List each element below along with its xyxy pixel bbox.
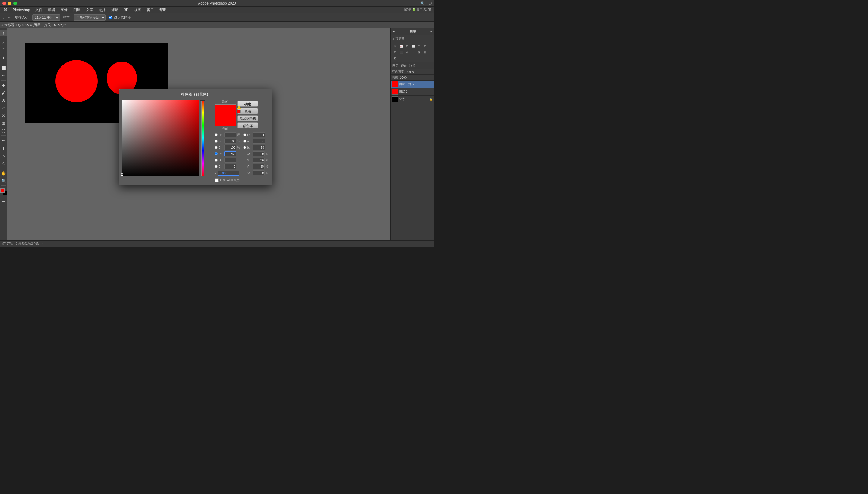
menu-photoshop[interactable]: Photoshop [10,7,32,13]
radio-L[interactable] [243,133,246,136]
threshold-icon[interactable]: ⬦ [411,50,416,55]
alert-square-swatch[interactable] [237,110,240,113]
channel-icon[interactable]: ⬛ [398,50,404,55]
panel-expand-icon[interactable]: ✦ [392,30,395,33]
color-gradient-square[interactable] [122,99,199,176]
preview-wrapper [215,104,236,126]
input-G[interactable] [224,158,236,163]
foreground-color-swatch[interactable] [0,189,4,193]
input-K[interactable] [253,170,264,175]
posterize-icon[interactable]: ⊕ [405,50,410,55]
input-B2[interactable] [224,164,236,169]
vibrance-icon[interactable]: ▽ [416,43,422,49]
tool-eyedropper[interactable]: ✏ [0,72,7,79]
menu-edit[interactable]: 编辑 [45,7,58,13]
size-select[interactable]: 11 x 11 平均 [32,15,60,20]
brightness-icon[interactable]: ☀ [392,43,398,49]
tool-hand[interactable]: ✋ [0,170,7,176]
radio-B[interactable] [215,146,218,149]
menu-filter[interactable]: 滤镜 [109,7,121,13]
tool-pen[interactable]: ✒ [0,137,7,144]
levels-icon[interactable]: ⊞ [405,43,410,49]
menu-image[interactable]: 图像 [58,7,70,13]
tool-type[interactable]: T [0,145,7,151]
apple-menu[interactable]: ⌘ [1,7,9,13]
tool-extra-1[interactable]: ⋯ [0,198,7,205]
home-icon[interactable]: ⌂ [2,16,4,19]
menu-select[interactable]: 选择 [96,7,108,13]
input-b[interactable] [253,145,265,150]
sample-select[interactable]: 当前和下方图层 [74,15,106,20]
invert-icon[interactable]: ◩ [392,56,398,61]
fill-value[interactable]: 100% [400,76,408,79]
panel-menu-icon[interactable]: ≡ [430,30,432,33]
tab-label[interactable]: 未标题-1 @ 97.8% (图层 1 拷贝, RGB/8) * [4,23,66,27]
tab-close-icon[interactable]: × [1,23,3,26]
paths-tab[interactable]: 路径 [409,64,415,68]
search-icon[interactable]: 🔍 [420,1,425,5]
menu-window[interactable]: 窗口 [144,7,156,13]
tool-zoom[interactable]: 🔍 [0,177,7,184]
hex-input[interactable] [218,171,239,175]
show-ring-checkbox[interactable] [109,16,113,19]
channels-tab[interactable]: 通道 [401,64,407,68]
menu-help[interactable]: 帮助 [157,7,169,13]
radio-H[interactable] [215,133,218,136]
tool-move[interactable]: ↕ [0,30,7,36]
radio-S[interactable] [215,140,218,142]
tool-magic[interactable]: ✦ [0,55,7,61]
hue-slider[interactable] [201,99,205,176]
color-swatches[interactable] [0,189,7,195]
radio-B2[interactable] [215,165,218,168]
tool-lasso[interactable]: ⌒ [0,47,7,54]
curves-icon[interactable]: 📈 [398,43,404,49]
color-library-button[interactable]: 颜色库 [237,122,258,129]
tool-gradient[interactable]: ▦ [0,120,7,126]
menu-text[interactable]: 文字 [83,7,96,13]
tool-dodge[interactable]: ◯ [0,127,7,134]
menu-3d[interactable]: 3D [121,7,131,13]
minimize-button[interactable] [8,1,12,5]
tool-heal[interactable]: ✚ [0,82,7,89]
tool-path[interactable]: ▷ [0,152,7,159]
input-M[interactable] [253,158,264,163]
radio-R[interactable] [215,152,218,155]
gradient-map-icon[interactable]: ▤ [422,50,428,55]
tool-history[interactable]: ⟲ [0,104,7,111]
tool-stamp[interactable]: S [0,97,7,104]
menu-file[interactable]: 文件 [33,7,45,13]
input-H[interactable] [224,132,236,137]
exposure-icon[interactable]: ⬜ [411,43,416,49]
close-button[interactable] [2,1,6,5]
tool-crop[interactable]: ⬜ [0,64,7,71]
selective-icon[interactable]: ▣ [416,50,422,55]
input-S[interactable] [224,139,236,144]
layers-tab[interactable]: 图层 [392,64,398,68]
web-only-checkbox[interactable] [215,178,218,182]
layer-item-1[interactable]: 图层 1 [391,88,434,96]
tool-marquee[interactable]: ○ [0,39,7,46]
input-B[interactable] [224,145,236,150]
radio-b[interactable] [243,146,246,149]
menu-layer[interactable]: 图层 [71,7,83,13]
hsl-icon[interactable]: ⊟ [422,43,428,49]
input-R[interactable] [224,151,236,156]
share-icon[interactable]: ⬡ [429,1,432,5]
input-L[interactable] [253,132,265,137]
input-a[interactable] [253,139,265,144]
radio-G[interactable] [215,159,218,162]
menu-view[interactable]: 视图 [132,7,144,13]
opacity-value[interactable]: 100% [406,70,414,74]
maximize-button[interactable] [13,1,17,5]
layer-item-bg[interactable]: 背景 🔒 [391,96,434,103]
label-S: S: [218,140,223,143]
add-to-swatches-button[interactable]: 添加到色板 [237,115,258,121]
colorbalance-icon[interactable]: ⊡ [392,50,398,55]
input-C[interactable] [253,151,264,156]
input-Y[interactable] [253,164,264,169]
layer-item-copy[interactable]: 图层 1 拷贝 [391,80,434,88]
tool-shape[interactable]: ◇ [0,160,7,167]
radio-a[interactable] [243,140,246,142]
tool-brush[interactable]: 🖌 [0,90,7,96]
tool-eraser[interactable]: ✕ [0,112,7,119]
